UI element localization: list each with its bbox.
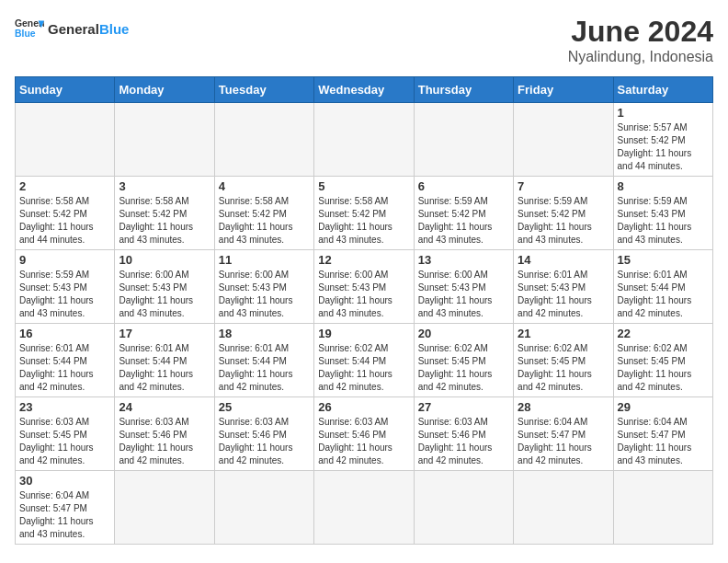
day-cell xyxy=(314,103,414,177)
day-number: 30 xyxy=(19,474,110,488)
day-cell xyxy=(16,103,115,177)
day-info: Sunrise: 5:58 AMSunset: 5:42 PMDaylight:… xyxy=(219,195,310,247)
day-number: 16 xyxy=(19,327,110,340)
day-cell: 23Sunrise: 6:03 AMSunset: 5:45 PMDayligh… xyxy=(16,397,115,471)
day-cell xyxy=(115,103,214,177)
week-row-3: 16Sunrise: 6:01 AMSunset: 5:44 PMDayligh… xyxy=(16,324,713,397)
day-number: 28 xyxy=(518,400,609,414)
day-number: 1 xyxy=(618,106,709,120)
day-number: 8 xyxy=(618,179,709,193)
day-number: 20 xyxy=(418,327,509,340)
day-number: 19 xyxy=(318,327,409,340)
day-cell: 27Sunrise: 6:03 AMSunset: 5:46 PMDayligh… xyxy=(414,397,513,471)
header-tuesday: Tuesday xyxy=(214,77,313,103)
day-info: Sunrise: 6:04 AMSunset: 5:47 PMDaylight:… xyxy=(518,416,609,467)
day-number: 6 xyxy=(418,179,509,193)
day-info: Sunrise: 6:01 AMSunset: 5:43 PMDaylight:… xyxy=(518,269,609,320)
week-row-4: 23Sunrise: 6:03 AMSunset: 5:45 PMDayligh… xyxy=(16,397,713,471)
day-number: 5 xyxy=(318,179,409,193)
day-cell xyxy=(214,103,313,177)
day-cell: 1Sunrise: 5:57 AMSunset: 5:42 PMDaylight… xyxy=(613,103,712,177)
day-info: Sunrise: 6:03 AMSunset: 5:45 PMDaylight:… xyxy=(19,416,110,467)
day-info: Sunrise: 6:03 AMSunset: 5:46 PMDaylight:… xyxy=(119,416,210,467)
day-info: Sunrise: 6:04 AMSunset: 5:47 PMDaylight:… xyxy=(618,416,709,467)
day-cell: 14Sunrise: 6:01 AMSunset: 5:43 PMDayligh… xyxy=(514,250,613,324)
day-cell: 13Sunrise: 6:00 AMSunset: 5:43 PMDayligh… xyxy=(414,250,513,324)
day-cell: 8Sunrise: 5:59 AMSunset: 5:43 PMDaylight… xyxy=(613,177,712,250)
month-year: June 2024 xyxy=(568,15,713,49)
day-number: 14 xyxy=(518,253,609,267)
logo-general: General xyxy=(48,21,99,37)
day-info: Sunrise: 5:59 AMSunset: 5:42 PMDaylight:… xyxy=(518,195,609,247)
day-cell xyxy=(514,103,613,177)
day-cell: 28Sunrise: 6:04 AMSunset: 5:47 PMDayligh… xyxy=(514,397,613,471)
day-cell xyxy=(115,471,214,545)
day-info: Sunrise: 6:00 AMSunset: 5:43 PMDaylight:… xyxy=(418,269,509,320)
day-cell xyxy=(214,471,313,545)
day-number: 25 xyxy=(219,400,310,414)
day-number: 26 xyxy=(318,400,409,414)
day-info: Sunrise: 6:03 AMSunset: 5:46 PMDaylight:… xyxy=(318,416,409,467)
day-cell: 30Sunrise: 6:04 AMSunset: 5:47 PMDayligh… xyxy=(16,471,115,545)
day-cell: 26Sunrise: 6:03 AMSunset: 5:46 PMDayligh… xyxy=(314,397,414,471)
day-number: 11 xyxy=(219,253,310,267)
day-info: Sunrise: 6:00 AMSunset: 5:43 PMDaylight:… xyxy=(318,269,409,320)
day-info: Sunrise: 5:59 AMSunset: 5:43 PMDaylight:… xyxy=(19,269,110,320)
day-cell: 17Sunrise: 6:01 AMSunset: 5:44 PMDayligh… xyxy=(115,324,214,397)
day-cell xyxy=(414,103,513,177)
day-number: 23 xyxy=(19,400,110,414)
calendar: SundayMondayTuesdayWednesdayThursdayFrid… xyxy=(15,76,713,545)
day-cell: 6Sunrise: 5:59 AMSunset: 5:42 PMDaylight… xyxy=(414,177,513,250)
day-cell: 24Sunrise: 6:03 AMSunset: 5:46 PMDayligh… xyxy=(115,397,214,471)
day-cell xyxy=(613,471,712,545)
logo-icon: General Blue xyxy=(15,15,44,44)
day-info: Sunrise: 6:01 AMSunset: 5:44 PMDaylight:… xyxy=(119,342,210,394)
day-cell: 29Sunrise: 6:04 AMSunset: 5:47 PMDayligh… xyxy=(613,397,712,471)
day-number: 17 xyxy=(119,327,210,340)
header-row: SundayMondayTuesdayWednesdayThursdayFrid… xyxy=(16,77,713,103)
day-cell: 4Sunrise: 5:58 AMSunset: 5:42 PMDaylight… xyxy=(214,177,313,250)
week-row-1: 2Sunrise: 5:58 AMSunset: 5:42 PMDaylight… xyxy=(16,177,713,250)
day-cell: 5Sunrise: 5:58 AMSunset: 5:42 PMDaylight… xyxy=(314,177,414,250)
day-number: 9 xyxy=(19,253,110,267)
week-row-2: 9Sunrise: 5:59 AMSunset: 5:43 PMDaylight… xyxy=(16,250,713,324)
day-number: 10 xyxy=(119,253,210,267)
day-cell: 9Sunrise: 5:59 AMSunset: 5:43 PMDaylight… xyxy=(16,250,115,324)
day-cell: 2Sunrise: 5:58 AMSunset: 5:42 PMDaylight… xyxy=(16,177,115,250)
week-row-0: 1Sunrise: 5:57 AMSunset: 5:42 PMDaylight… xyxy=(16,103,713,177)
day-cell xyxy=(414,471,513,545)
day-number: 18 xyxy=(219,327,310,340)
day-info: Sunrise: 6:01 AMSunset: 5:44 PMDaylight:… xyxy=(219,342,310,394)
day-number: 13 xyxy=(418,253,509,267)
location: Nyalindung, Indonesia xyxy=(568,49,713,65)
day-cell: 22Sunrise: 6:02 AMSunset: 5:45 PMDayligh… xyxy=(613,324,712,397)
day-number: 24 xyxy=(119,400,210,414)
header-monday: Monday xyxy=(115,77,214,103)
day-cell: 7Sunrise: 5:59 AMSunset: 5:42 PMDaylight… xyxy=(514,177,613,250)
day-info: Sunrise: 5:58 AMSunset: 5:42 PMDaylight:… xyxy=(19,195,110,247)
day-info: Sunrise: 5:59 AMSunset: 5:43 PMDaylight:… xyxy=(618,195,709,247)
day-cell xyxy=(314,471,414,545)
day-info: Sunrise: 6:00 AMSunset: 5:43 PMDaylight:… xyxy=(219,269,310,320)
day-info: Sunrise: 6:00 AMSunset: 5:43 PMDaylight:… xyxy=(119,269,210,320)
day-info: Sunrise: 5:58 AMSunset: 5:42 PMDaylight:… xyxy=(119,195,210,247)
day-info: Sunrise: 6:03 AMSunset: 5:46 PMDaylight:… xyxy=(219,416,310,467)
day-number: 27 xyxy=(418,400,509,414)
day-number: 21 xyxy=(518,327,609,340)
day-cell: 3Sunrise: 5:58 AMSunset: 5:42 PMDaylight… xyxy=(115,177,214,250)
day-info: Sunrise: 6:04 AMSunset: 5:47 PMDaylight:… xyxy=(19,489,110,541)
day-number: 29 xyxy=(618,400,709,414)
week-row-5: 30Sunrise: 6:04 AMSunset: 5:47 PMDayligh… xyxy=(16,471,713,545)
header-wednesday: Wednesday xyxy=(314,77,414,103)
day-cell: 15Sunrise: 6:01 AMSunset: 5:44 PMDayligh… xyxy=(613,250,712,324)
header-thursday: Thursday xyxy=(414,77,513,103)
day-cell: 10Sunrise: 6:00 AMSunset: 5:43 PMDayligh… xyxy=(115,250,214,324)
day-cell: 11Sunrise: 6:00 AMSunset: 5:43 PMDayligh… xyxy=(214,250,313,324)
day-number: 22 xyxy=(618,327,709,340)
day-info: Sunrise: 6:02 AMSunset: 5:44 PMDaylight:… xyxy=(318,342,409,394)
logo: General Blue GeneralBlue xyxy=(15,15,129,44)
day-number: 3 xyxy=(119,179,210,193)
day-cell: 12Sunrise: 6:00 AMSunset: 5:43 PMDayligh… xyxy=(314,250,414,324)
day-info: Sunrise: 6:03 AMSunset: 5:46 PMDaylight:… xyxy=(418,416,509,467)
day-info: Sunrise: 6:02 AMSunset: 5:45 PMDaylight:… xyxy=(418,342,509,394)
